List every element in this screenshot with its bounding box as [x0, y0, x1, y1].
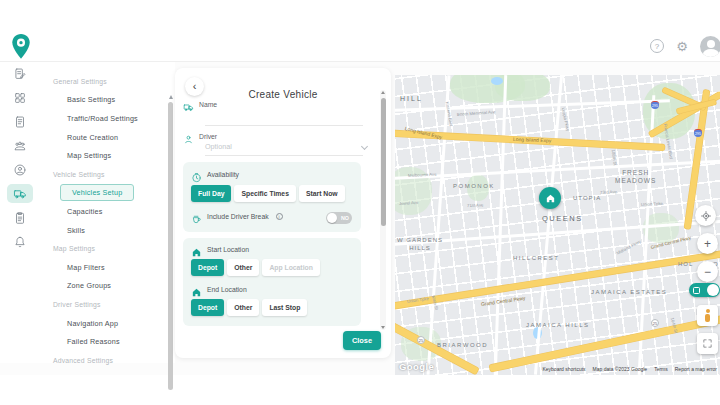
- pegman-icon: [704, 309, 712, 322]
- sidebar-item[interactable]: Failed Reasons: [40, 332, 175, 351]
- sidebar-item[interactable]: Traffic/Road Settings: [40, 109, 175, 128]
- teams-icon[interactable]: [7, 136, 33, 155]
- start-location-row: Start Location: [191, 244, 249, 255]
- availability-card: Availability Full DaySpecific TimesStart…: [183, 162, 361, 232]
- drivers-icon[interactable]: [7, 160, 33, 179]
- vehicle-name-input[interactable]: [205, 116, 363, 126]
- map-street-label: Utopia Pkwy: [560, 107, 570, 131]
- sidebar-scrollbar[interactable]: [168, 102, 173, 390]
- map-attribution-link[interactable]: Map data ©2023 Google: [593, 366, 648, 372]
- home-marker-icon[interactable]: [539, 187, 561, 209]
- map-area-label: HILLCREST: [513, 255, 560, 263]
- map-area-label: JAMAICA ESTATES: [591, 289, 667, 297]
- driver-break-toggle[interactable]: NO: [326, 212, 352, 224]
- settings-gear-icon[interactable]: ⚙: [675, 39, 689, 53]
- map-street-label: 73rd Ave: [600, 189, 617, 195]
- panel-scrollbar[interactable]: [380, 90, 386, 330]
- my-location-button[interactable]: [695, 205, 716, 226]
- map-area-label: JAMAICA HILLS: [526, 322, 590, 330]
- end-location-option-button[interactable]: Other: [227, 299, 259, 316]
- notifications-icon[interactable]: [7, 232, 33, 251]
- map[interactable]: HILLPOMONOKFRESH MEADOWSUTOPIAQUEENSW GA…: [395, 75, 720, 375]
- road: [534, 76, 563, 375]
- sidebar-item[interactable]: General Settings: [40, 72, 175, 91]
- reports-icon[interactable]: [7, 112, 33, 131]
- zoom-out-button[interactable]: −: [697, 261, 718, 282]
- user-avatar[interactable]: [700, 36, 720, 57]
- app-window: ? ⚙ General Settings Basic Settings: [0, 30, 720, 375]
- app-header: ? ⚙: [0, 30, 720, 62]
- start-location-label: Start Location: [207, 246, 249, 253]
- start-location-option-button[interactable]: App Location: [262, 259, 319, 276]
- fullscreen-button[interactable]: [697, 333, 718, 354]
- start-location-option-button[interactable]: Other: [227, 259, 259, 276]
- availability-row: Availability: [191, 169, 239, 180]
- help-icon[interactable]: ?: [650, 39, 664, 53]
- end-location-label: End Location: [207, 286, 247, 293]
- map-street-label: Grand Central Pkwy: [481, 295, 526, 307]
- sidebar-item[interactable]: Vehicles Setup: [40, 184, 175, 203]
- availability-option-button[interactable]: Start Now: [299, 185, 345, 202]
- driver-break-label: Include Driver Break: [207, 213, 269, 220]
- icon-rail: [0, 62, 40, 363]
- map-area-label: HOL: [678, 261, 693, 269]
- map-street-label: Booth Memorial Ave: [457, 109, 496, 117]
- truck-icon: [183, 99, 194, 110]
- start-location-options: DepotOtherApp Location: [191, 259, 320, 276]
- sidebar-item[interactable]: Map Filters: [40, 258, 175, 277]
- dashboard-icon[interactable]: [7, 88, 33, 107]
- map-area-label: QUEENS: [542, 214, 583, 223]
- vehicles-icon[interactable]: [7, 184, 33, 203]
- route-shield-icon: 295: [651, 101, 659, 109]
- tasks-icon[interactable]: [7, 208, 33, 227]
- availability-option-button[interactable]: Full Day: [191, 185, 231, 202]
- end-location-options: DepotOtherLast Stop: [191, 299, 307, 316]
- start-location-option-button[interactable]: Depot: [191, 259, 224, 276]
- orders-icon[interactable]: [7, 64, 33, 83]
- map-attribution-link[interactable]: Keyboard shortcuts: [542, 366, 585, 372]
- map-street-label: Long Island Expy: [404, 125, 443, 140]
- clock-icon: [191, 169, 202, 180]
- break-cup-icon: [191, 211, 202, 222]
- sidebar-item[interactable]: Map Settings: [40, 239, 175, 258]
- route-shield-icon: 25: [651, 319, 659, 327]
- map-street-label: 188th St: [610, 149, 618, 166]
- driver-break-row: Include Driver Break i: [191, 211, 283, 222]
- name-label: Name: [199, 101, 217, 108]
- close-button[interactable]: Close: [343, 331, 381, 350]
- app-logo-icon[interactable]: [10, 33, 32, 60]
- route-shield-icon: 295: [694, 129, 702, 137]
- highway-union-tpke: [489, 314, 720, 372]
- sidebar-item[interactable]: Map Settings: [40, 146, 175, 165]
- end-location-option-button[interactable]: Depot: [191, 299, 224, 316]
- map-area-label: BRIARWOOD: [437, 342, 488, 350]
- sidebar-item[interactable]: Skills: [40, 221, 175, 240]
- availability-option-button[interactable]: Specific Times: [234, 185, 295, 202]
- sidebar-item[interactable]: Navigation App: [40, 314, 175, 333]
- pegman-street-view-button[interactable]: [697, 305, 718, 326]
- map-area-label: POMONOK: [453, 183, 495, 191]
- map-attribution-link[interactable]: Terms: [654, 366, 668, 372]
- create-vehicle-panel: ‹ Create Vehicle Name Driver Optional Av…: [175, 68, 391, 358]
- home-icon: [191, 244, 202, 255]
- sidebar-item[interactable]: Vehicle Settings: [40, 165, 175, 184]
- sidebar-item[interactable]: Zone Groups: [40, 277, 175, 296]
- end-location-option-button[interactable]: Last Stop: [262, 299, 307, 316]
- end-location-row: End Location: [191, 284, 247, 295]
- sidebar-item[interactable]: Route Creation: [40, 128, 175, 147]
- sidebar-item[interactable]: Basic Settings: [40, 91, 175, 110]
- sidebar-item[interactable]: Capacities: [40, 202, 175, 221]
- info-icon[interactable]: i: [276, 213, 283, 220]
- driver-underline: [205, 146, 363, 156]
- sidebar-item[interactable]: Driver Settings: [40, 295, 175, 314]
- map-area-label: HILL: [400, 95, 423, 104]
- sidebar-item[interactable]: Advanced Settings: [40, 351, 175, 370]
- route-shield-icon: 25: [417, 336, 425, 344]
- map-street-label: Long Island Expy: [513, 136, 552, 144]
- map-type-toggle[interactable]: [689, 283, 720, 297]
- map-area-label: FRESH MEADOWS: [615, 169, 656, 185]
- zoom-in-button[interactable]: +: [697, 233, 718, 254]
- map-attribution-link[interactable]: Report a map error: [675, 366, 717, 372]
- google-watermark: Google: [399, 361, 434, 372]
- road: [395, 99, 670, 112]
